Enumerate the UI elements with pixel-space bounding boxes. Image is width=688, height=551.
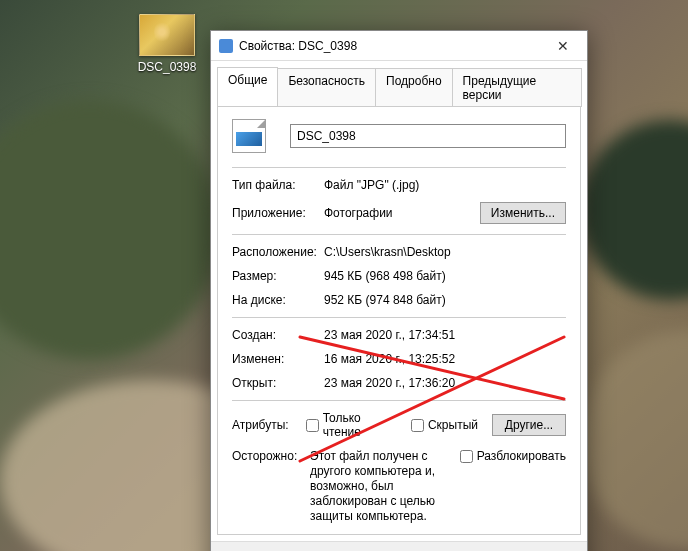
value-created: 23 мая 2020 г., 17:34:51: [324, 328, 566, 342]
label-created: Создан:: [232, 328, 324, 342]
advanced-attributes-button[interactable]: Другие...: [492, 414, 566, 436]
label-location: Расположение:: [232, 245, 324, 259]
titlebar[interactable]: Свойства: DSC_0398 ✕: [211, 31, 587, 61]
unblock-checkbox[interactable]: Разблокировать: [460, 449, 566, 463]
value-accessed: 23 мая 2020 г., 17:36:20: [324, 376, 566, 390]
readonly-checkbox-label: Только чтение: [323, 411, 397, 439]
unblock-checkbox-label: Разблокировать: [477, 449, 566, 463]
close-icon[interactable]: ✕: [541, 32, 585, 60]
label-security: Осторожно:: [232, 449, 310, 463]
value-filetype: Файл "JPG" (.jpg): [324, 178, 566, 192]
desktop-file-label: DSC_0398: [128, 60, 206, 74]
value-app: Фотографии: [324, 206, 480, 220]
window-title: Свойства: DSC_0398: [239, 39, 541, 53]
label-ondisk: На диске:: [232, 293, 324, 307]
security-warning-text: Этот файл получен с другого компьютера и…: [310, 449, 460, 524]
filename-input[interactable]: [290, 124, 566, 148]
value-modified: 16 мая 2020 г., 13:25:52: [324, 352, 566, 366]
window-icon: [219, 39, 233, 53]
readonly-checkbox-input[interactable]: [306, 419, 319, 432]
readonly-checkbox[interactable]: Только чтение: [306, 411, 397, 439]
hidden-checkbox-input[interactable]: [411, 419, 424, 432]
value-ondisk: 952 КБ (974 848 байт): [324, 293, 566, 307]
image-thumbnail-icon: [139, 14, 195, 56]
dialog-footer: ОК Отмена Применить: [211, 541, 587, 551]
value-location: C:\Users\krasn\Desktop: [324, 245, 566, 259]
tab-details[interactable]: Подробно: [375, 68, 453, 107]
tab-previous-versions[interactable]: Предыдущие версии: [452, 68, 582, 107]
label-app: Приложение:: [232, 206, 324, 220]
tab-security[interactable]: Безопасность: [277, 68, 376, 107]
tab-general[interactable]: Общие: [217, 67, 278, 106]
file-type-icon: [232, 119, 266, 153]
label-filetype: Тип файла:: [232, 178, 324, 192]
label-attributes: Атрибуты:: [232, 418, 306, 432]
hidden-checkbox[interactable]: Скрытый: [411, 418, 478, 432]
change-app-button[interactable]: Изменить...: [480, 202, 566, 224]
desktop-file-icon[interactable]: DSC_0398: [128, 14, 206, 74]
unblock-checkbox-input[interactable]: [460, 450, 473, 463]
label-modified: Изменен:: [232, 352, 324, 366]
value-size: 945 КБ (968 498 байт): [324, 269, 566, 283]
tab-pane-general: Тип файла: Файл "JPG" (.jpg) Приложение:…: [217, 106, 581, 535]
properties-dialog: Свойства: DSC_0398 ✕ Общие Безопасность …: [210, 30, 588, 551]
label-accessed: Открыт:: [232, 376, 324, 390]
label-size: Размер:: [232, 269, 324, 283]
hidden-checkbox-label: Скрытый: [428, 418, 478, 432]
tab-strip: Общие Безопасность Подробно Предыдущие в…: [211, 61, 587, 106]
annotation-red-cross-icon: [296, 329, 568, 469]
